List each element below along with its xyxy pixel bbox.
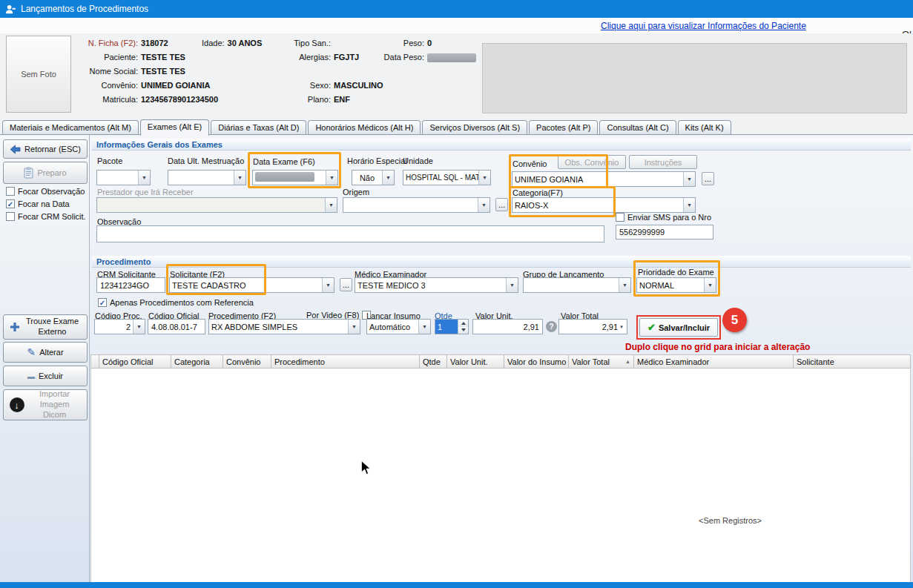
chevron-down-icon: ▼ — [348, 320, 360, 334]
checkbox-box — [6, 187, 15, 196]
tab-consultas[interactable]: Consultas (Alt C) — [599, 120, 676, 135]
column-header-convenio[interactable]: Convênio — [223, 354, 271, 369]
help-icon[interactable]: ? — [546, 321, 557, 332]
grid-indicator-column — [90, 354, 99, 369]
tab-kits[interactable]: Kits (Alt K) — [678, 120, 731, 135]
annotation-hint-text: Duplo clique no grid para iniciar a alte… — [625, 342, 810, 352]
origem-select[interactable]: ▼ — [343, 197, 490, 213]
bottom-bar — [0, 582, 913, 588]
column-header-categoria[interactable]: Categoria — [171, 354, 223, 369]
column-header-procedimento[interactable]: Procedimento — [271, 354, 420, 369]
obs-convenio-button[interactable]: Obs. Convênio — [558, 155, 626, 169]
tab-honorarios-medicos[interactable]: Honorários Médicos (Alt H) — [308, 120, 421, 135]
alterar-button[interactable]: ✎ Alterar — [3, 342, 88, 363]
tab-materiais-medicamentos[interactable]: Materiais e Medicamentos (Alt M) — [2, 120, 139, 135]
patient-photo-placeholder: Sem Foto — [6, 36, 71, 113]
lancar-insumo-select[interactable]: Automático ▼ — [366, 319, 431, 334]
column-header-valor-unit[interactable]: Valor Unit. — [447, 354, 504, 369]
solicitante-browse-button[interactable]: ... — [340, 278, 352, 291]
codigo-oficial-input[interactable]: 4.08.08.01-7 — [148, 319, 205, 334]
data-ult-mestruacao-select[interactable]: ▼ — [168, 170, 246, 185]
salvar-incluir-button[interactable]: ✔ Salvar/Incluir — [639, 318, 718, 337]
excluir-button[interactable]: ▬ Excluir — [3, 366, 88, 386]
prestador-select[interactable]: ▼ — [96, 197, 337, 213]
redacted-value — [427, 53, 476, 62]
qtde-stepper[interactable]: 1 — [435, 319, 469, 334]
field-peso: Peso: 0 — [371, 39, 432, 47]
mouse-cursor — [360, 460, 372, 477]
field-sexo: Sexo: MASCULINO — [280, 81, 383, 90]
patient-info-link[interactable]: Clique aqui para visualizar Informações … — [601, 21, 806, 31]
grid-empty-text: <Sem Registros> — [699, 516, 762, 525]
tab-diarias-taxas[interactable]: Diárias e Taxas (Alt D) — [211, 120, 306, 135]
chevron-down-icon: ▼ — [138, 171, 150, 185]
tab-pacotes[interactable]: Pacotes (Alt P) — [529, 120, 598, 135]
grid-header: Código Oficial Categoria Convênio Proced… — [90, 354, 911, 369]
importar-dicom-button[interactable]: ↓ Importar Imagem Dicom — [3, 389, 88, 420]
column-header-qtde[interactable]: Qtde — [420, 354, 447, 369]
horario-especial-label: Horário Especial — [347, 156, 407, 165]
spin-down-icon[interactable] — [458, 327, 468, 334]
valor-total-input[interactable]: 2,91 ▼ — [558, 319, 627, 334]
focar-observacao-checkbox[interactable]: Focar Observação — [6, 187, 85, 196]
field-alergias: Alergias: FGJTJ — [280, 53, 359, 62]
external-exam-icon — [10, 322, 20, 332]
retornar-button[interactable]: Retornar (ESC) — [3, 139, 88, 159]
preparo-button[interactable]: Preparo — [3, 162, 88, 184]
unidade-select[interactable]: HOSPITAL SQL - MATRIZ ▼ — [403, 170, 491, 185]
tab-servicos-diversos[interactable]: Serviços Diversos (Alt S) — [422, 120, 527, 135]
valor-unit-input[interactable]: 2,91 — [472, 319, 543, 334]
convenio-browse-button[interactable]: ... — [702, 172, 714, 185]
trouxe-exame-externo-button[interactable]: Trouxe Exame Externo — [3, 314, 88, 340]
codigo-proc-select[interactable]: 2 ▼ — [94, 319, 145, 334]
column-header-valor-insumo[interactable]: Valor do Insumo — [504, 354, 569, 369]
field-paciente: Paciente: TESTE TES — [74, 53, 185, 62]
pacote-label: Pacote — [97, 156, 122, 165]
chevron-down-icon: ▼ — [683, 172, 695, 186]
solicitante-select[interactable]: TESTE CADASTRO ▼ — [169, 277, 334, 293]
apenas-referencia-checkbox[interactable]: ✓ Apenas Procedimentos com Referencia — [98, 298, 254, 307]
chevron-down-icon: ▼ — [325, 198, 337, 212]
procedimento-select[interactable]: RX ABDOME SIMPLES ▼ — [208, 319, 360, 334]
observacao-input[interactable] — [96, 225, 604, 242]
pacote-select[interactable]: ▼ — [96, 170, 151, 185]
check-icon: ✓ — [99, 299, 105, 307]
field-matricula: Matricula: 12345678901234500 — [74, 95, 218, 104]
medico-examinador-select[interactable]: TESTE MEDICO 3 ▼ — [355, 277, 518, 293]
column-header-valor-total[interactable]: Valor Total ▲ — [569, 354, 634, 369]
chevron-down-icon: ▼ — [133, 320, 145, 334]
categoria-select[interactable]: RAIOS-X ▼ — [512, 197, 696, 213]
spin-up-icon[interactable] — [458, 320, 468, 327]
chevron-down-icon: ▼ — [619, 325, 624, 329]
field-plano: Plano: ENF — [280, 95, 350, 104]
focar-na-data-checkbox[interactable]: ✓ Focar na Data — [6, 199, 70, 208]
sms-number-input[interactable]: 5562999999 — [616, 225, 713, 240]
prioridade-select[interactable]: NORMAL ▼ — [636, 277, 716, 293]
data-exame-select[interactable]: ▼ — [252, 170, 338, 185]
prestador-label: Prestador que Irá Receber — [97, 188, 194, 196]
column-header-medico-examinador[interactable]: Médico Examinador — [634, 354, 794, 369]
enviar-sms-checkbox[interactable]: Enviar SMS para o Nro — [616, 213, 711, 222]
column-header-codigo-oficial[interactable]: Código Oficial — [99, 354, 171, 369]
title-bar: Lançamentos de Procedimentos — [0, 0, 913, 18]
results-grid[interactable] — [90, 369, 911, 582]
chevron-down-icon: ▼ — [683, 198, 695, 212]
sort-asc-icon: ▲ — [625, 359, 630, 364]
annotation-step-badge: 5 — [722, 308, 747, 332]
origem-browse-button[interactable]: ... — [495, 198, 508, 211]
grupo-lancamento-select[interactable]: ▼ — [523, 277, 631, 293]
checkbox-box — [6, 212, 15, 221]
minus-icon: ▬ — [27, 372, 35, 380]
crm-solicitante-input[interactable]: 12341234GO — [96, 277, 165, 293]
save-check-icon: ✔ — [647, 322, 656, 333]
convenio-select[interactable]: UNIMED GOIANIA ▼ — [512, 171, 696, 187]
horario-especial-select[interactable]: Não ▼ — [352, 170, 395, 185]
data-exame-label: Data Exame (F6) — [253, 157, 315, 166]
download-circle-icon: ↓ — [10, 397, 24, 412]
tab-exames[interactable]: Exames (Alt E) — [140, 119, 209, 136]
instrucoes-button[interactable]: Instruções — [629, 155, 697, 169]
focar-crm-checkbox[interactable]: Focar CRM Solicit. — [6, 212, 86, 221]
chevron-down-icon: ▼ — [418, 320, 430, 334]
field-ficha: N. Ficha (F2): 318072 — [74, 39, 168, 47]
column-header-solicitante[interactable]: Solicitante — [794, 354, 911, 369]
